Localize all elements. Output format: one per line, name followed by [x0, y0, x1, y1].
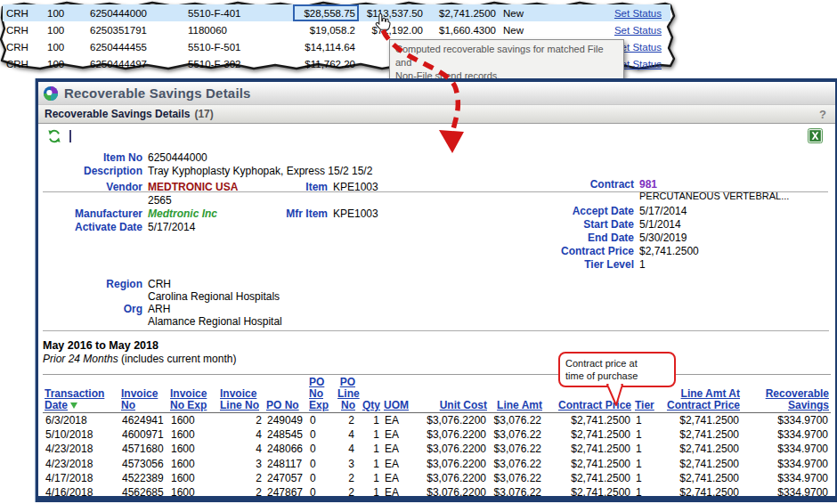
transactions-table: Transaction Date Invoice No Invoice No E… [43, 374, 831, 496]
contract-price-label: Contract Price [492, 245, 634, 257]
description-value: Tray Kyphoplasty Kyphopak, Express 15/2 … [148, 165, 372, 177]
header-po-no[interactable]: PO No [264, 375, 307, 413]
spend-row-selected: CRH 100 6250444000 5510-F-401 $28,558.75… [3, 4, 670, 21]
table-cell: 1600 [168, 413, 218, 428]
table-cell: 248117 [264, 457, 307, 471]
table-cell: EA [382, 442, 423, 456]
table-cell: $334.9700 [742, 442, 831, 456]
contract-number-link[interactable]: 981 [639, 178, 657, 191]
table-cell: 0 [307, 442, 336, 456]
header-invoice-line-no[interactable]: Invoice Line No [218, 375, 264, 413]
vendor-item-value: KPE1003 [333, 181, 378, 193]
table-row: 6/3/2018462494116002249049021EA$3,076.22… [43, 413, 831, 428]
table-cell: $2,741.2500 [544, 427, 633, 442]
contract-label: Contract [492, 178, 634, 191]
cell-ref-no: 5510-F-501 [184, 38, 293, 55]
table-cell: $3,076.22 [489, 457, 544, 471]
org-name-value: Alamance Regional Hospital [148, 315, 282, 328]
activate-date-label: Activate Date [38, 221, 142, 233]
region-name-value: Carolina Regional Hospitals [148, 290, 280, 303]
table-cell: 248066 [264, 442, 307, 456]
window-titlebar: Recoverable Savings Details [38, 82, 835, 104]
table-cell: 4522389 [119, 471, 168, 485]
item-no-value: 6250444000 [148, 151, 207, 164]
header-po-line-no[interactable]: PO Line No [336, 375, 357, 413]
table-cell: 2 [218, 485, 264, 496]
table-cell: 1 [357, 457, 382, 471]
help-button[interactable]: ? [819, 108, 826, 121]
mfr-item-label: Mfr Item [243, 207, 328, 220]
cell-ref-no: 5510-F-401 [184, 4, 293, 21]
table-cell: 1 [357, 471, 382, 485]
table-cell: $2,741.2500 [544, 413, 633, 428]
header-invoice-no[interactable]: Invoice No [119, 375, 168, 413]
cell-recoverable-savings-selected[interactable]: $28,558.75 [293, 4, 359, 21]
excel-export-icon[interactable] [808, 128, 823, 143]
header-invoice-no-exp[interactable]: Invoice No Exp [168, 375, 218, 413]
table-cell: $334.9700 [742, 457, 831, 471]
cell-recoverable-savings: $19,058.2 [293, 21, 359, 38]
table-cell: 2 [218, 413, 264, 428]
table-cell: $2,741.2500 [663, 413, 742, 428]
table-cell: EA [382, 471, 423, 485]
table-cell: $3,076.22 [489, 413, 544, 428]
table-row: 5/10/2018460097116004248545041EA$3,076.2… [43, 427, 831, 442]
table-cell: $2,741.2500 [544, 471, 633, 485]
cell-item-no: 6250351791 [86, 21, 184, 38]
cell-region: CRH [3, 4, 44, 21]
cell-dept: 100 [44, 21, 86, 38]
cell-spend: $72,192.00 [359, 21, 427, 38]
period-prior: Prior 24 Months [43, 353, 118, 365]
header-transaction-date[interactable]: Transaction Date [43, 375, 119, 413]
vendor-code-value: 2565 [148, 194, 172, 207]
table-cell: 249049 [264, 413, 307, 428]
table-cell: 4/23/2018 [43, 457, 119, 471]
hand-cursor-icon [374, 12, 392, 32]
header-po-no-exp[interactable]: PO No Exp [307, 375, 336, 413]
table-cell: 247057 [264, 471, 307, 485]
table-cell: 4/23/2018 [43, 442, 119, 456]
header-recoverable-savings[interactable]: Recoverable Savings [742, 375, 831, 413]
table-row: 4/16/2018456268516002247867021EA$3,076.2… [43, 485, 831, 496]
table-cell: 1 [633, 427, 663, 442]
vendor-value: MEDTRONIC USA [148, 181, 238, 193]
table-cell: 4 [336, 427, 357, 442]
callout-note: Contract price at time of purchase [558, 352, 676, 387]
contract-description: PERCUTANEOUS VERTEBRAL... [639, 191, 789, 201]
refresh-icon[interactable] [47, 129, 61, 143]
table-cell: $3,076.22 [489, 442, 544, 456]
table-cell: $334.9700 [742, 413, 831, 428]
org-code-value: ARH [148, 303, 170, 315]
table-cell: $3,076.22 [489, 427, 544, 442]
sort-descending-icon [70, 402, 77, 409]
table-cell: 4573056 [119, 457, 168, 471]
item-no-label: Item No [38, 151, 142, 164]
cell-status: New [500, 21, 557, 38]
table-header-row: Transaction Date Invoice No Invoice No E… [43, 375, 831, 413]
header-uom[interactable]: UOM [382, 375, 423, 413]
cell-item-no: 6250444455 [86, 38, 184, 55]
header-qty[interactable]: Qty [357, 375, 382, 413]
period-range: May 2016 to May 2018 [43, 339, 158, 352]
spend-row: CRH 100 6250351791 1180060 $19,058.2 $72… [3, 21, 670, 38]
cell-region: CRH [3, 55, 44, 72]
table-cell: 3 [218, 457, 264, 471]
cell-region: CRH [3, 21, 44, 38]
table-cell: 1 [633, 471, 663, 485]
header-unit-cost[interactable]: Unit Cost [423, 375, 489, 413]
table-row: 4/23/2018457305616003248117031EA$3,076.2… [43, 457, 831, 471]
set-status-link[interactable]: Set Status [614, 25, 662, 36]
cell-status: New [500, 4, 557, 21]
table-cell: 1600 [168, 442, 218, 456]
set-status-link[interactable]: Set Status [614, 8, 662, 19]
header-line-amt[interactable]: Line Amt [489, 375, 544, 413]
tier-level-value: 1 [639, 258, 646, 271]
text-caret [69, 130, 71, 142]
table-row: 4/23/2018457168016004248066041EA$3,076.2… [43, 442, 831, 456]
table-cell: 1600 [168, 427, 218, 442]
table-cell: 1 [357, 413, 382, 428]
table-cell: $3,076.2200 [423, 413, 489, 428]
spend-grid-snippet: CRH 100 6250444000 5510-F-401 $28,558.75… [0, 0, 679, 75]
table-cell: $334.9700 [742, 485, 831, 496]
window-title: Recoverable Savings Details [64, 85, 251, 101]
